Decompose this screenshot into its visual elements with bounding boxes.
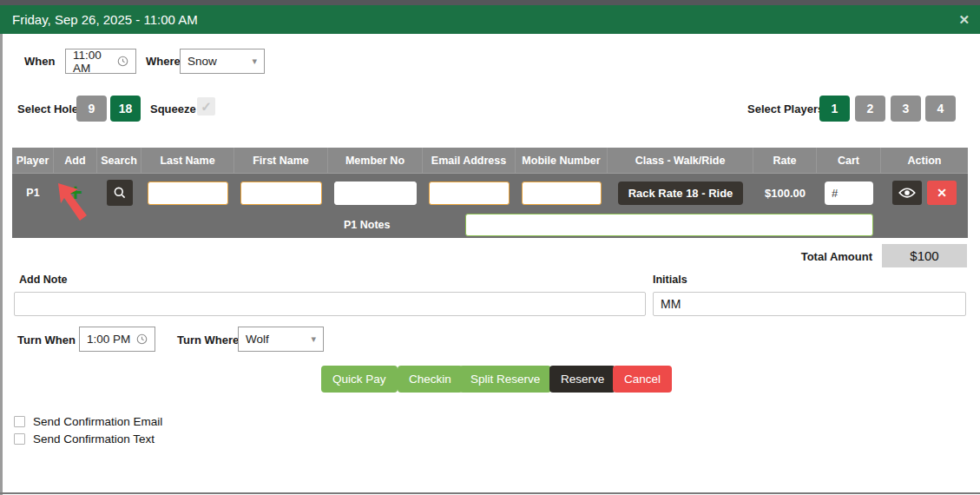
squeeze-checkbox[interactable]: ✓ bbox=[197, 97, 215, 116]
initials-input[interactable] bbox=[653, 292, 966, 316]
initials-label: Initials bbox=[653, 274, 687, 286]
where-select[interactable]: Snow ▾ bbox=[180, 49, 265, 74]
turn-when-label: Turn When bbox=[17, 333, 76, 346]
col-cart: Cart bbox=[817, 148, 881, 173]
send-email-row: Send Confirmation Email bbox=[14, 415, 162, 428]
total-amount-value: $100 bbox=[882, 244, 967, 267]
send-text-row: Send Confirmation Text bbox=[14, 432, 155, 446]
col-action: Action bbox=[881, 148, 968, 173]
cancel-button[interactable]: Cancel bbox=[613, 366, 672, 393]
chevron-down-icon: ▾ bbox=[252, 56, 257, 67]
when-label: When bbox=[24, 55, 55, 68]
col-search: Search bbox=[97, 148, 141, 173]
where-label: Where bbox=[146, 55, 181, 68]
player-table: Player Add Search Last Name First Name M… bbox=[12, 148, 968, 238]
col-rate: Rate bbox=[753, 148, 817, 173]
col-player: Player bbox=[12, 148, 54, 173]
select-holes-label: Select Holes bbox=[17, 102, 84, 116]
send-email-label: Send Confirmation Email bbox=[33, 415, 162, 428]
players-4-button[interactable]: 4 bbox=[925, 96, 956, 122]
turn-when-input[interactable]: 1:00 PM bbox=[79, 327, 155, 352]
col-add: Add bbox=[54, 148, 97, 173]
member-no-input[interactable] bbox=[334, 182, 417, 205]
total-amount-label: Total Amount bbox=[747, 250, 872, 263]
add-note-input[interactable] bbox=[14, 292, 646, 316]
players-3-button[interactable]: 3 bbox=[891, 96, 921, 122]
checkin-button[interactable]: Checkin bbox=[398, 366, 463, 393]
turn-when-value: 1:00 PM bbox=[87, 333, 136, 346]
select-players-label: Select Players bbox=[747, 102, 824, 116]
add-player-icon[interactable]: + bbox=[69, 182, 82, 205]
window-left-strip bbox=[0, 34, 3, 495]
players-1-button[interactable]: 1 bbox=[819, 96, 850, 122]
p1-notes-label: P1 Notes bbox=[344, 212, 391, 238]
remove-player-button[interactable]: ✕ bbox=[927, 181, 957, 205]
search-icon bbox=[113, 186, 127, 200]
when-time-input[interactable]: 11:00 AM bbox=[65, 49, 136, 74]
rate-value: $100.00 bbox=[753, 187, 817, 200]
col-email: Email Address bbox=[423, 148, 516, 173]
search-player-button[interactable] bbox=[107, 180, 133, 206]
squeeze-label: Squeeze bbox=[150, 102, 196, 116]
clock-icon bbox=[136, 333, 148, 345]
p1-notes-input[interactable] bbox=[465, 214, 873, 236]
view-player-button[interactable] bbox=[892, 181, 922, 205]
players-2-button[interactable]: 2 bbox=[855, 96, 885, 122]
send-text-label: Send Confirmation Text bbox=[33, 432, 155, 446]
when-time-value: 11:00 AM bbox=[73, 49, 117, 75]
table-row: P1 + Rack Rate 18 - Ride $100.00 ✕ bbox=[12, 174, 968, 212]
window-bottom-edge bbox=[0, 492, 980, 494]
close-icon[interactable]: ✕ bbox=[958, 5, 970, 34]
mobile-input[interactable] bbox=[522, 182, 602, 205]
col-class-walk-ride: Class - Walk/Ride bbox=[608, 148, 753, 173]
last-name-input[interactable] bbox=[148, 182, 228, 205]
send-text-checkbox[interactable] bbox=[14, 433, 25, 445]
player-notes-row: P1 Notes bbox=[12, 212, 968, 238]
where-select-value: Snow bbox=[187, 55, 252, 68]
col-mobile: Mobile Number bbox=[516, 148, 608, 173]
player-number: P1 bbox=[12, 187, 54, 199]
eye-icon bbox=[898, 187, 916, 199]
holes-9-button[interactable]: 9 bbox=[76, 96, 107, 122]
email-input[interactable] bbox=[429, 182, 510, 205]
send-email-checkbox[interactable] bbox=[14, 416, 25, 427]
add-note-label: Add Note bbox=[19, 274, 68, 286]
turn-where-value: Wolf bbox=[246, 333, 311, 346]
turn-where-label: Turn Where bbox=[177, 333, 239, 346]
col-first-name: First Name bbox=[234, 148, 328, 173]
reserve-button[interactable]: Reserve bbox=[549, 366, 615, 393]
cart-number-input[interactable] bbox=[825, 182, 873, 205]
col-last-name: Last Name bbox=[141, 148, 234, 173]
player-table-header: Player Add Search Last Name First Name M… bbox=[12, 148, 968, 174]
col-member-no: Member No bbox=[328, 148, 423, 173]
dialog-titlebar: Friday, Sep 26, 2025 - 11:00 AM ✕ bbox=[0, 5, 980, 34]
first-name-input[interactable] bbox=[240, 182, 322, 205]
clock-icon bbox=[117, 56, 128, 67]
turn-where-select[interactable]: Wolf ▾ bbox=[238, 327, 324, 352]
quick-pay-button[interactable]: Quick Pay bbox=[321, 366, 398, 393]
split-reserve-button[interactable]: Split Reserve bbox=[459, 366, 551, 393]
class-rate-button[interactable]: Rack Rate 18 - Ride bbox=[618, 182, 744, 205]
dialog-title: Friday, Sep 26, 2025 - 11:00 AM bbox=[12, 5, 198, 34]
reservation-dialog: Friday, Sep 26, 2025 - 11:00 AM ✕ When 1… bbox=[0, 0, 980, 495]
chevron-down-icon: ▾ bbox=[311, 333, 316, 345]
holes-18-button[interactable]: 18 bbox=[110, 96, 141, 122]
